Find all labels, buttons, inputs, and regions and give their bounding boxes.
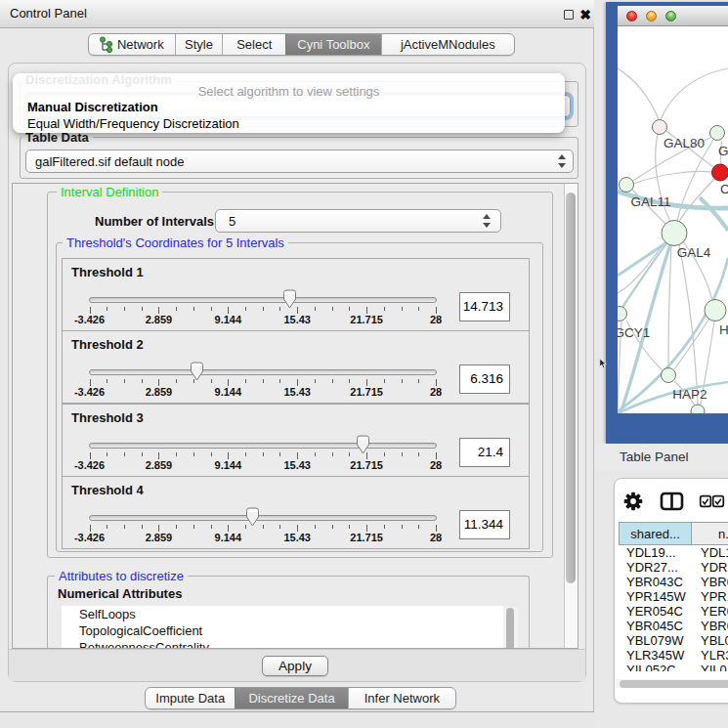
- checkbox-icon[interactable]: [701, 496, 711, 507]
- table-row[interactable]: YBR043CYBR0: [619, 575, 728, 589]
- GAL11-node[interactable]: [620, 178, 634, 193]
- dropdown-item-manual-discretization[interactable]: Manual Discretization: [27, 100, 158, 114]
- slider-tick: [176, 525, 177, 529]
- slider-tick-label: 28: [407, 386, 465, 398]
- GAL4-node[interactable]: [662, 221, 687, 246]
- slider-tick: [107, 452, 107, 456]
- checkbox-icon[interactable]: [713, 496, 724, 507]
- numerical-attributes-list[interactable]: SelfLoopsTopologicalCoefficientBetweenne…: [62, 606, 518, 648]
- slider-tick: [366, 379, 367, 386]
- slider-tick: [176, 307, 177, 311]
- threshold-slider-thumb[interactable]: [282, 289, 297, 309]
- gear-icon[interactable]: [624, 492, 643, 511]
- attribute-list-item[interactable]: SelfLoops: [62, 606, 518, 622]
- slider-tick: [228, 452, 229, 459]
- slider-tick: [158, 525, 159, 532]
- tab-label: Select: [236, 34, 272, 55]
- threshold-slider-track[interactable]: [89, 297, 437, 303]
- red-node[interactable]: [712, 164, 728, 181]
- table-row[interactable]: YIL052CYIL0: [619, 663, 728, 671]
- slider-tick-label: -3.426: [61, 386, 119, 398]
- tab-impute-data[interactable]: Impute Data: [146, 688, 235, 708]
- slider-tick-label: -3.426: [61, 314, 119, 325]
- column-header-shared-name[interactable]: shared...: [619, 522, 692, 545]
- slider-tick: [124, 307, 125, 311]
- tab-infer-network[interactable]: Infer Network: [348, 688, 455, 708]
- split-columns-icon[interactable]: [662, 493, 682, 509]
- threshold-slider-track[interactable]: [89, 443, 437, 449]
- attribute-list-item[interactable]: BetweennessCentrality: [62, 639, 518, 648]
- close-window-icon[interactable]: ✖: [578, 2, 593, 27]
- bottom-node[interactable]: [691, 405, 705, 413]
- slider-tick: [90, 525, 91, 532]
- slider-tick: [297, 525, 298, 532]
- number-of-intervals-combobox[interactable]: 5: [215, 209, 501, 233]
- algorithm-dropdown-popup: Select algorithm to view settings Manual…: [13, 73, 565, 133]
- column-header-name[interactable]: n...: [691, 522, 728, 545]
- network-graph-canvas[interactable]: GAL80GACGAL11GAL4GCY1HHAP2: [618, 26, 728, 413]
- threshold-value-field[interactable]: 6.316: [459, 364, 510, 394]
- slider-tick: [107, 379, 107, 383]
- top-right-node[interactable]: [710, 126, 725, 141]
- table-row[interactable]: YLR345WYLR3: [619, 648, 728, 663]
- slider-tick-label: -3.426: [61, 459, 119, 471]
- tab-network[interactable]: Network: [89, 34, 175, 55]
- slider-tick: [228, 379, 229, 386]
- vertical-scrollbar-thumb[interactable]: [566, 193, 576, 583]
- dropdown-placeholder-item[interactable]: Select algorithm to view settings: [13, 84, 565, 99]
- HAP2-node[interactable]: [662, 368, 676, 383]
- threshold-slider-track[interactable]: [89, 369, 437, 375]
- tab-cyni-toolbox[interactable]: Cyni Toolbox: [285, 34, 381, 55]
- threshold-slider-thumb[interactable]: [356, 435, 370, 454]
- slider-tick: [211, 525, 212, 529]
- threshold-slider-track[interactable]: [89, 515, 437, 521]
- threshold-value-field[interactable]: 21.4: [459, 438, 510, 467]
- control-panel-titlebar[interactable]: Control Panel ✖: [0, 0, 594, 28]
- table-panel-title: Table Panel: [620, 450, 689, 464]
- threshold-panel: Threshold 1 -3.4262.8599.14415.4321.7152…: [62, 258, 530, 331]
- slider-tick: [142, 379, 143, 383]
- GAL80-node[interactable]: [653, 120, 667, 135]
- threshold-slider-thumb[interactable]: [245, 507, 260, 527]
- slider-tick: [124, 452, 125, 456]
- table-row[interactable]: YDR27...YDR2: [619, 560, 728, 575]
- threshold-value-field[interactable]: 14.713: [459, 292, 510, 321]
- slider-tick: [263, 452, 264, 456]
- close-light-red[interactable]: [626, 11, 637, 21]
- GCY1-node[interactable]: [618, 307, 627, 321]
- slider-tick-label: 9.144: [198, 314, 257, 325]
- slider-tick: [90, 307, 91, 314]
- zoom-light-green[interactable]: [665, 11, 676, 21]
- table-row[interactable]: YPR145WYPR1: [619, 589, 728, 604]
- table-row[interactable]: YBR045CYBR0: [619, 619, 728, 633]
- network-edge: [618, 68, 659, 119]
- attribute-list-item[interactable]: TopologicalCoefficient: [62, 622, 518, 639]
- threshold-value-field[interactable]: 11.344: [459, 510, 510, 539]
- slider-tick: [436, 307, 437, 314]
- table-data-combobox[interactable]: galFiltered.sif default node: [25, 150, 574, 173]
- table-horizontal-scrollbar-thumb[interactable]: [620, 680, 728, 688]
- tab-jactivemnodules[interactable]: jActiveMNodules: [381, 34, 514, 55]
- slider-tick: [279, 525, 280, 529]
- float-window-icon[interactable]: [564, 10, 574, 20]
- slider-tick-label: 2.859: [129, 532, 188, 543]
- table-horizontal-scrollbar-track[interactable]: [616, 679, 728, 688]
- attributes-group-title: Attributes to discretize: [55, 569, 188, 583]
- threshold-slider-thumb[interactable]: [190, 362, 204, 381]
- control-panel-window: Control Panel ✖ NetworkStyleSelectCyni T…: [0, 0, 594, 712]
- tab-discretize-data[interactable]: Discretize Data: [235, 688, 347, 708]
- table-row[interactable]: YER054CYER0: [619, 604, 728, 619]
- tab-select[interactable]: Select: [222, 34, 285, 55]
- table-row[interactable]: YBL079WYBL0: [619, 633, 728, 648]
- H-node[interactable]: [705, 300, 726, 321]
- minimize-light-yellow[interactable]: [646, 11, 657, 21]
- threshold-label: Threshold 1: [71, 265, 144, 279]
- attributes-list-scrollbar-track[interactable]: [503, 606, 518, 648]
- tab-style[interactable]: Style: [175, 34, 223, 55]
- dropdown-item-equal-width-frequency[interactable]: Equal Width/Frequency Discretization: [27, 116, 239, 131]
- attributes-list-scrollbar-thumb[interactable]: [506, 608, 514, 648]
- table-row[interactable]: YDL19...YDL1: [619, 545, 728, 560]
- apply-button[interactable]: Apply: [262, 656, 328, 676]
- slider-tick: [142, 307, 143, 311]
- network-window-titlebar[interactable]: [618, 6, 728, 26]
